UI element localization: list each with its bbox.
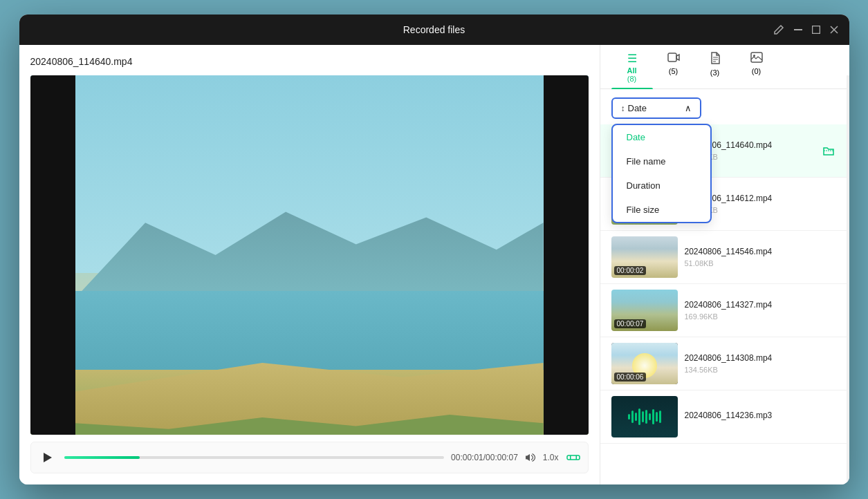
dropdown-item-filename[interactable]: File name <box>613 149 710 173</box>
time-display: 00:00:01/00:00:07 <box>451 453 518 462</box>
wave-bar <box>652 409 654 424</box>
window-title: Recorded files <box>403 24 465 35</box>
list-item[interactable]: 00:00:06 20240806_114308.mp4 134.56KB <box>600 337 849 390</box>
wave-bar <box>649 413 651 420</box>
svg-rect-0 <box>794 29 802 30</box>
waveform <box>628 406 661 427</box>
tab-document-icon <box>710 52 720 67</box>
dropdown-item-duration[interactable]: Duration <box>613 173 710 198</box>
volume-button[interactable] <box>525 452 536 463</box>
sort-button[interactable]: ↕ Date ∧ <box>611 97 701 119</box>
thumb-duration: 00:00:02 <box>614 266 647 275</box>
dropdown-item-date[interactable]: Date <box>613 125 710 149</box>
edit-icon <box>773 24 784 35</box>
current-file-title: 20240806_114640.mp4 <box>30 56 589 67</box>
svg-rect-2 <box>567 455 580 460</box>
maximize-icon <box>812 26 820 34</box>
wave-bar <box>638 408 640 425</box>
sort-chevron-icon: ∧ <box>685 103 692 113</box>
minimize-icon <box>794 29 802 30</box>
trim-button[interactable] <box>566 450 581 465</box>
file-name: 20240806_114327.mp4 <box>685 300 838 310</box>
file-size: 134.56KB <box>685 366 838 374</box>
file-open-button[interactable] <box>819 141 838 160</box>
video-player[interactable] <box>30 75 589 435</box>
svg-rect-5 <box>668 53 676 62</box>
sort-area: ↕ Date ∧ Date File name Duration File si… <box>600 89 849 119</box>
svg-point-10 <box>753 55 755 57</box>
progress-fill <box>64 456 140 459</box>
close-icon <box>830 26 838 34</box>
left-panel: 20240806_114640.mp4 <box>19 45 600 484</box>
window-controls <box>773 24 838 35</box>
edit-button[interactable] <box>773 24 784 35</box>
scene-water <box>75 291 544 370</box>
list-item[interactable]: 20240806_114236.mp3 <box>600 390 849 444</box>
file-info: 20240806_114546.mp4 51.08KB <box>685 247 838 267</box>
file-thumbnail: 00:00:06 <box>611 343 678 384</box>
content-area: 20240806_114640.mp4 <box>19 45 849 484</box>
file-name: 20240806_114236.mp3 <box>685 411 838 420</box>
titlebar: Recorded files <box>19 15 849 45</box>
tab-image[interactable]: (0) <box>736 45 777 88</box>
tab-all[interactable]: ☰ All (8) <box>611 45 653 88</box>
list-item[interactable]: 00:00:07 20240806_114327.mp4 169.96KB <box>600 284 849 337</box>
player-controls: 00:00:01/00:00:07 1.0x <box>30 442 589 473</box>
file-thumbnail <box>611 396 678 437</box>
file-info: 20240806_114327.mp4 169.96KB <box>685 300 838 321</box>
wave-bar <box>645 410 647 424</box>
tab-image-count: (0) <box>752 67 761 75</box>
tab-document-count: (3) <box>710 68 719 77</box>
main-window: Recorded files <box>19 15 849 484</box>
tab-all-label: All <box>627 66 636 75</box>
file-thumbnail: 00:00:07 <box>611 290 678 331</box>
video-preview <box>30 75 589 435</box>
tab-document[interactable]: (3) <box>694 45 736 88</box>
file-info: 20240806_114308.mp4 134.56KB <box>685 353 838 374</box>
tab-all-count: (8) <box>627 75 636 83</box>
file-size: 51.08KB <box>685 259 838 267</box>
scrollbar[interactable] <box>847 75 849 484</box>
maximize-button[interactable] <box>812 26 820 34</box>
file-name: 20240806_114308.mp4 <box>685 353 838 363</box>
folder-open-icon <box>822 144 835 157</box>
video-pillar-right <box>544 75 589 435</box>
sort-dropdown-menu: Date File name Duration File size <box>611 124 712 223</box>
thumb-duration: 00:00:06 <box>614 373 647 382</box>
audio-thumb <box>611 396 678 437</box>
progress-bar[interactable] <box>64 456 445 459</box>
play-button[interactable] <box>38 448 57 467</box>
wave-bar <box>659 411 661 423</box>
wave-bar <box>631 411 634 423</box>
tab-all-icon: ☰ <box>627 52 637 65</box>
svg-rect-3 <box>570 455 571 460</box>
file-size: 169.96KB <box>685 312 838 321</box>
trim-icon <box>566 450 581 465</box>
tab-video-icon <box>667 52 680 66</box>
sort-btn-left: ↕ Date <box>621 103 647 113</box>
wave-bar <box>656 412 658 422</box>
tab-image-icon <box>750 52 763 66</box>
tabs-row: ☰ All (8) (5) (3) <box>600 45 849 89</box>
file-thumbnail: 00:00:02 <box>611 236 678 278</box>
list-item[interactable]: 00:00:02 20240806_114546.mp4 51.08KB <box>600 231 849 284</box>
close-button[interactable] <box>830 26 838 34</box>
svg-rect-1 <box>812 26 820 34</box>
thumb-duration: 00:00:07 <box>614 319 647 328</box>
wave-bar <box>628 414 630 420</box>
sort-arrow-icon: ↕ <box>621 104 625 113</box>
file-info: 20240806_114236.mp3 <box>685 411 838 423</box>
speed-button[interactable]: 1.0x <box>543 453 559 462</box>
volume-icon <box>525 452 536 463</box>
tab-video-count: (5) <box>669 67 678 75</box>
file-name: 20240806_114546.mp4 <box>685 247 838 256</box>
video-pillar-left <box>30 75 75 435</box>
svg-rect-4 <box>575 455 577 460</box>
minimize-button[interactable] <box>794 29 802 30</box>
play-icon <box>44 453 52 462</box>
tab-video[interactable]: (5) <box>653 45 694 88</box>
wave-bar <box>635 413 637 421</box>
sort-label: Date <box>628 103 647 113</box>
wave-bar <box>642 411 644 422</box>
dropdown-item-filesize[interactable]: File size <box>613 198 710 222</box>
